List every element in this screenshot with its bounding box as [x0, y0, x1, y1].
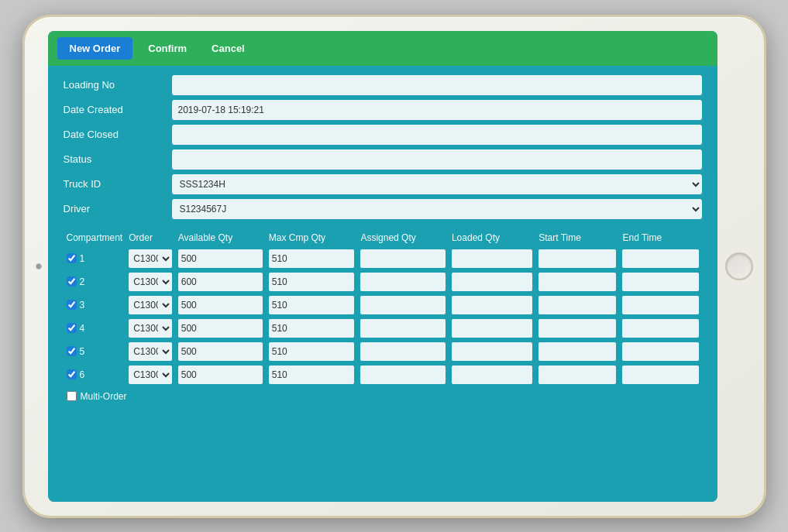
tablet-frame: New Order Confirm Cancel Loading No Date…	[22, 15, 766, 518]
comp-cell-4: 4	[67, 323, 123, 334]
end-time-input-3[interactable]	[622, 296, 698, 314]
avail-qty-input-6[interactable]	[178, 366, 263, 384]
tablet-home-button[interactable]	[725, 252, 753, 280]
date-created-row: Date Created	[64, 100, 702, 120]
avail-qty-input-1[interactable]	[178, 249, 263, 268]
loaded-qty-input-3[interactable]	[452, 296, 532, 314]
start-time-input-3[interactable]	[539, 296, 616, 314]
col-max-cmp-qty: Max Cmp Qty	[266, 228, 358, 247]
table-row: 1 C13000022	[64, 247, 702, 270]
multi-order-label: Multi-Order	[81, 391, 127, 402]
compartment-table: Compartment Order Available Qty Max Cmp …	[64, 228, 702, 386]
date-closed-input[interactable]	[172, 125, 702, 145]
screen: New Order Confirm Cancel Loading No Date…	[48, 31, 717, 502]
assigned-qty-input-2[interactable]	[360, 273, 446, 291]
assigned-qty-input-3[interactable]	[360, 296, 446, 314]
comp-checkbox-3[interactable]	[67, 300, 77, 310]
max-qty-input-4[interactable]	[269, 319, 355, 338]
order-select-1[interactable]: C13000022	[129, 249, 172, 268]
date-created-label: Date Created	[64, 104, 164, 115]
assigned-qty-input-6[interactable]	[360, 366, 446, 384]
truck-id-label: Truck ID	[64, 178, 164, 190]
loaded-qty-input-4[interactable]	[452, 319, 532, 338]
end-time-input-4[interactable]	[622, 319, 698, 338]
end-time-input-2[interactable]	[622, 273, 698, 291]
order-select-3[interactable]: C13000022	[129, 296, 172, 314]
col-order: Order	[126, 228, 175, 247]
comp-number-4: 4	[80, 323, 85, 334]
start-time-input-6[interactable]	[539, 366, 616, 384]
order-select-5[interactable]: C13000022	[129, 342, 172, 361]
start-time-input-1[interactable]	[539, 249, 616, 268]
col-available-qty: Available Qty	[175, 228, 266, 247]
comp-checkbox-1[interactable]	[67, 253, 77, 263]
start-time-input-4[interactable]	[539, 319, 616, 338]
confirm-button[interactable]: Confirm	[139, 37, 196, 60]
driver-select[interactable]: S1234567J	[172, 199, 702, 219]
assigned-qty-input-1[interactable]	[360, 249, 446, 268]
status-row: Status	[64, 149, 702, 170]
assigned-qty-input-5[interactable]	[360, 342, 446, 361]
assigned-qty-input-4[interactable]	[360, 319, 446, 338]
order-select-4[interactable]: C13000022	[129, 319, 172, 338]
avail-qty-input-5[interactable]	[178, 342, 263, 361]
truck-id-select[interactable]: SSS1234H	[172, 174, 702, 194]
loading-no-row: Loading No	[64, 75, 702, 95]
tablet-left-button	[36, 263, 42, 269]
max-qty-input-6[interactable]	[269, 366, 355, 384]
max-qty-input-1[interactable]	[269, 249, 355, 268]
end-time-input-6[interactable]	[622, 366, 698, 384]
status-label: Status	[64, 153, 164, 165]
new-order-button[interactable]: New Order	[57, 37, 133, 60]
comp-cell-2: 2	[67, 276, 123, 287]
loaded-qty-input-6[interactable]	[452, 366, 532, 384]
end-time-input-5[interactable]	[622, 342, 698, 361]
end-time-input-1[interactable]	[622, 249, 698, 268]
comp-checkbox-6[interactable]	[67, 369, 77, 379]
avail-qty-input-4[interactable]	[178, 319, 263, 338]
table-row: 3 C13000022	[64, 293, 702, 317]
date-closed-row: Date Closed	[64, 125, 702, 145]
truck-id-row: Truck ID SSS1234H	[64, 174, 702, 194]
comp-checkbox-5[interactable]	[67, 346, 77, 356]
loading-no-input[interactable]	[172, 75, 702, 95]
table-row: 2 C13000022	[64, 270, 702, 293]
max-qty-input-3[interactable]	[269, 296, 355, 314]
comp-cell-6: 6	[67, 369, 123, 380]
driver-label: Driver	[64, 203, 164, 215]
col-loaded-qty: Loaded Qty	[449, 228, 535, 247]
driver-row: Driver S1234567J	[64, 199, 702, 219]
start-time-input-5[interactable]	[539, 342, 616, 361]
comp-checkbox-4[interactable]	[67, 323, 77, 333]
status-input[interactable]	[172, 149, 702, 170]
avail-qty-input-3[interactable]	[178, 296, 263, 314]
table-row: 5 C13000022	[64, 340, 702, 363]
loaded-qty-input-2[interactable]	[452, 273, 532, 291]
col-compartment: Compartment	[64, 228, 126, 247]
date-created-input[interactable]	[172, 100, 702, 120]
loaded-qty-input-1[interactable]	[452, 249, 532, 268]
avail-qty-input-2[interactable]	[178, 273, 263, 291]
table-row: 4 C13000022	[64, 317, 702, 340]
comp-number-5: 5	[80, 346, 85, 357]
comp-checkbox-2[interactable]	[67, 276, 77, 287]
comp-cell-3: 3	[67, 300, 123, 311]
comp-number-1: 1	[80, 253, 85, 264]
max-qty-input-5[interactable]	[269, 342, 355, 361]
order-select-6[interactable]: C13000022	[129, 366, 172, 384]
col-assigned-qty: Assigned Qty	[357, 228, 449, 247]
form-section: Loading No Date Created Date Closed Stat…	[48, 66, 717, 228]
loaded-qty-input-5[interactable]	[452, 342, 532, 361]
col-start-time: Start Time	[535, 228, 619, 247]
multi-order-checkbox[interactable]	[67, 391, 77, 401]
comp-number-6: 6	[80, 369, 85, 380]
max-qty-input-2[interactable]	[269, 273, 355, 291]
date-closed-label: Date Closed	[64, 129, 164, 140]
multi-order-row: Multi-Order	[64, 386, 702, 407]
start-time-input-2[interactable]	[539, 273, 616, 291]
order-select-2[interactable]: C13000022	[129, 273, 172, 291]
loading-no-label: Loading No	[64, 79, 164, 91]
toolbar: New Order Confirm Cancel	[48, 31, 717, 66]
compartment-table-section: Compartment Order Available Qty Max Cmp …	[48, 228, 717, 502]
cancel-button[interactable]: Cancel	[202, 37, 254, 60]
